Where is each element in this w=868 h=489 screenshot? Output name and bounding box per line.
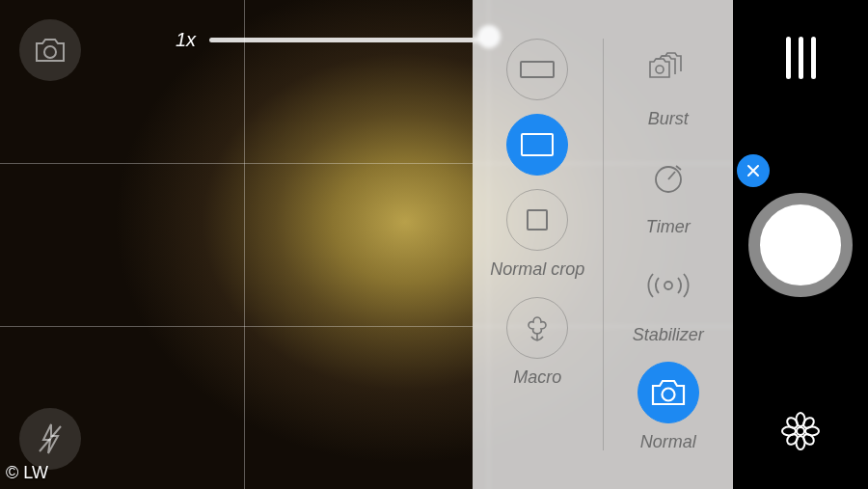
normal-mode-option[interactable] [637,362,699,423]
mode-column: Burst Timer [604,0,734,489]
zoom-slider-track[interactable] [209,38,489,42]
stabilizer-icon [642,271,694,300]
bar-icon [786,37,791,79]
camera-icon [650,377,687,408]
shutter-button[interactable] [748,193,853,297]
flower-icon [521,312,554,344]
macro-option[interactable] [506,297,568,359]
normal-rect-icon [521,133,554,156]
crop-square-icon [527,209,548,231]
macro-label: Macro [513,368,561,388]
shutter-sidebar [733,0,868,489]
svg-point-0 [44,46,56,58]
bar-icon [799,37,803,79]
settings-panel: Normal crop Macro [473,0,733,489]
stabilizer-option[interactable] [637,255,699,316]
close-icon [746,164,760,177]
effects-button[interactable] [779,410,822,452]
camera-icon [33,36,68,65]
zoom-control: 1x [176,29,489,51]
switch-camera-button[interactable] [19,19,81,81]
timer-option[interactable] [637,147,699,208]
burst-label: Burst [648,110,689,129]
crop-label: Normal crop [490,260,584,280]
burst-option[interactable] [637,39,699,100]
crop-column: Normal crop Macro [473,0,603,489]
svg-point-2 [656,66,664,73]
stabilizer-label: Stabilizer [633,326,704,345]
watermark: © LW [6,463,48,483]
camera-app: 1x Normal crop [0,0,868,489]
burst-icon [644,50,692,89]
aspect-normal-option[interactable] [506,114,568,176]
wide-rect-icon [520,61,555,78]
flash-button[interactable] [19,408,81,470]
settings-bars-button[interactable] [786,37,816,79]
svg-point-8 [797,427,804,435]
flower-effects-icon [779,410,822,452]
bar-icon [811,37,816,79]
flash-off-icon [36,422,65,455]
shutter-group [748,193,853,297]
zoom-label: 1x [176,29,196,51]
svg-point-6 [665,282,672,289]
close-panel-button[interactable] [737,154,770,187]
timer-icon [649,158,688,197]
aspect-wide-option[interactable] [506,39,568,100]
timer-label: Timer [646,218,691,237]
aspect-crop-option[interactable] [506,189,568,251]
normal-mode-label: Normal [640,433,696,452]
svg-point-7 [662,389,674,401]
svg-line-4 [668,172,675,179]
grid-line [244,0,245,489]
